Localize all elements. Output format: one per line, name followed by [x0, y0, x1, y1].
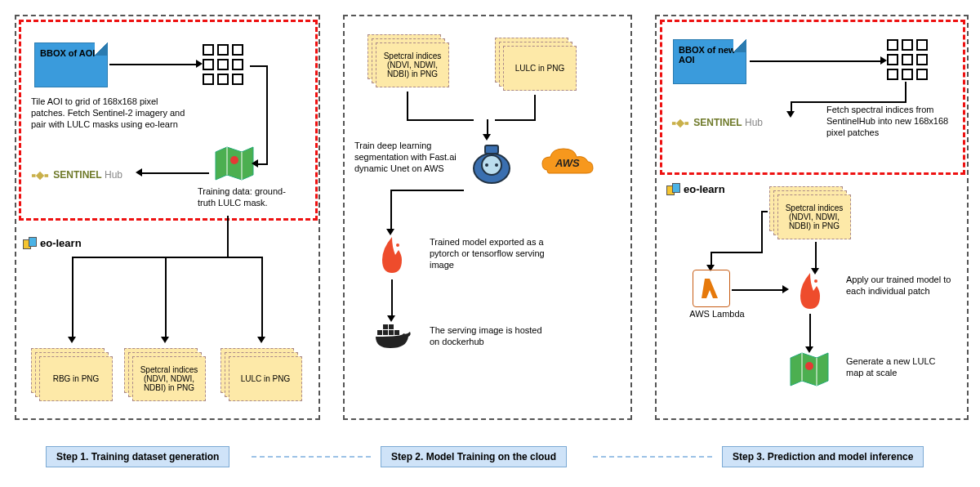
svg-point-5: [482, 155, 501, 175]
bbox-new-label: BBOX of new AOI: [679, 45, 736, 65]
sentinel-hub-logo-1: SENTINEL Hub: [31, 167, 122, 185]
sentinel-text: SENTINEL: [53, 169, 101, 181]
train-text: Train deep learning segmentation with Fa…: [354, 141, 461, 174]
svg-rect-11: [383, 330, 388, 335]
fetch-text: Fetch spectral indices from SentinelHub …: [826, 105, 949, 138]
aws-text: AWS: [555, 157, 580, 169]
spectral-label-1: Spetcral indices (NDVI, NDWI, NDBI) in P…: [137, 365, 201, 392]
svg-rect-15: [394, 330, 399, 335]
bbox-new-aoi-note: BBOX of new AOI: [673, 39, 746, 84]
tile-grid-icon-2: [887, 39, 928, 80]
docker-icon: [374, 320, 412, 353]
aws-logo: AWS: [539, 145, 596, 183]
pytorch-icon-1: [376, 235, 408, 276]
svg-point-19: [814, 279, 817, 283]
svg-rect-13: [383, 324, 388, 329]
diver-icon: [467, 137, 516, 186]
spectral-label-3: Spetcral indices (NDVI, NDWI, NDBI) in P…: [782, 203, 846, 230]
step1-box: Step 1. Training dataset generation: [46, 446, 229, 467]
eolearn-logo-2: eo-learn: [666, 183, 725, 198]
aws-lambda-icon: [693, 270, 730, 307]
tile-grid-icon: [203, 44, 243, 85]
step-connector-1: [252, 456, 371, 458]
svg-rect-17: [672, 122, 676, 125]
svg-point-3: [230, 156, 238, 164]
map-icon-1: [214, 145, 255, 181]
pytorch-icon-2: [794, 271, 826, 312]
eolearn-logo-1: eo-learn: [23, 237, 82, 252]
hosted-text: The serving image is hosted on dockerhub: [430, 325, 552, 348]
satellite-icon-2: [671, 114, 689, 132]
svg-rect-18: [685, 122, 689, 125]
rgb-label: RBG in PNG: [53, 374, 100, 383]
puzzle-icon: [23, 237, 38, 252]
svg-rect-1: [32, 174, 36, 177]
lulc-label-2: LULC in PNG: [515, 64, 565, 73]
training-data-label: Training data: ground-truth LULC mask.: [198, 186, 296, 209]
puzzle-icon-2: [666, 183, 681, 198]
step-connector-2: [593, 456, 712, 458]
map-icon-2: [789, 351, 830, 387]
svg-rect-0: [36, 172, 44, 180]
step2-box: Step 2. Model Training on the cloud: [381, 446, 567, 467]
svg-point-20: [805, 362, 813, 370]
lambda-label: AWS Lambda: [684, 309, 750, 320]
bbox-aoi-note: BBOX of AOI: [34, 42, 108, 87]
svg-rect-12: [389, 330, 394, 335]
bbox-aoi-label: BBOX of AOI: [40, 48, 95, 58]
generate-text: Generate a new LULC map at scale: [846, 356, 952, 379]
satellite-icon: [31, 167, 49, 185]
svg-point-9: [396, 244, 399, 247]
svg-rect-2: [45, 174, 49, 177]
apply-text: Apply our trained model to each individu…: [846, 275, 952, 297]
spectral-label-2: Spetcral indices (NDVI, NDWI, NDBI) in P…: [381, 51, 444, 78]
hub-text: Hub: [102, 169, 122, 181]
svg-point-8: [495, 163, 498, 167]
step3-box: Step 3. Prediction and model inference: [722, 446, 924, 467]
exported-text: Trained model exported as a pytorch or t…: [430, 237, 552, 270]
svg-point-7: [485, 163, 488, 167]
svg-rect-14: [389, 324, 394, 329]
sentinel-hub-logo-2: SENTINEL Hub: [671, 114, 763, 132]
svg-rect-6: [485, 145, 498, 154]
svg-rect-16: [676, 119, 684, 127]
tile-description: Tile AOI to grid of 168x168 pixel patche…: [31, 96, 186, 130]
svg-rect-10: [377, 330, 382, 335]
lulc-label-1: LULC in PNG: [241, 374, 291, 383]
